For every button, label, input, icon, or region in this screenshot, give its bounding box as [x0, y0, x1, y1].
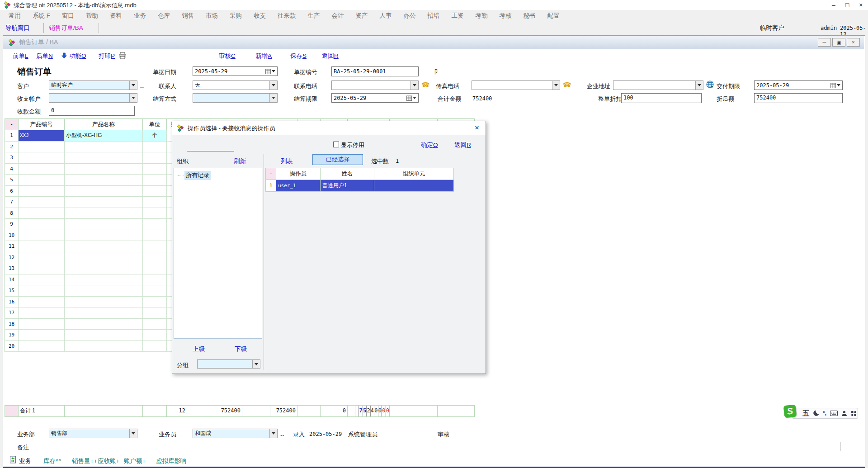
received-input[interactable]: 0: [49, 106, 135, 116]
grid-cell[interactable]: [65, 341, 143, 352]
grid-cell[interactable]: [19, 241, 65, 252]
doc-date-field[interactable]: 2025-05-29: [193, 66, 278, 76]
row-number[interactable]: 10: [5, 230, 19, 241]
tab-list[interactable]: 列表: [281, 157, 293, 165]
grid-cell[interactable]: [65, 142, 143, 153]
row-number[interactable]: 2: [5, 142, 19, 153]
menu-item[interactable]: 考勤: [470, 12, 494, 20]
grid-cell[interactable]: [143, 263, 167, 274]
tab-navigation[interactable]: 导航窗口: [5, 24, 30, 32]
tab-already-selected[interactable]: 已经选择: [312, 154, 363, 165]
fax-phone-icon[interactable]: ☎: [563, 81, 571, 89]
row-number[interactable]: 16: [5, 297, 19, 308]
account-combo[interactable]: [49, 93, 137, 103]
column-header-name[interactable]: 姓名: [321, 168, 374, 180]
window-maximize-button[interactable]: □: [841, 0, 854, 10]
menu-item[interactable]: 办公: [398, 12, 422, 20]
row-number[interactable]: 15: [5, 285, 19, 297]
menu-item[interactable]: 会计: [326, 12, 350, 20]
column-header-operator[interactable]: 操作员: [276, 168, 321, 180]
grid-cell[interactable]: [65, 285, 143, 297]
row-number[interactable]: 20: [5, 341, 19, 352]
dept-combo[interactable]: 销售部: [49, 429, 137, 438]
globe-icon[interactable]: [706, 80, 714, 88]
org-cell[interactable]: [374, 180, 453, 192]
row-number[interactable]: 7: [5, 197, 19, 208]
ime-toolbar[interactable]: 五 °,: [792, 408, 858, 419]
dialog-close-button[interactable]: ×: [471, 123, 483, 133]
row-number[interactable]: 1: [266, 180, 276, 192]
dropdown-arrow[interactable]: [837, 84, 840, 86]
grid-cell[interactable]: [65, 319, 143, 330]
menu-item[interactable]: 窗口: [56, 12, 80, 20]
menu-item[interactable]: 常用: [3, 12, 27, 20]
doc-restore-button[interactable]: ▣: [832, 38, 845, 47]
grid-cell[interactable]: [65, 263, 143, 274]
menu-item[interactable]: 人事: [374, 12, 398, 20]
show-disabled-checkbox[interactable]: [333, 142, 339, 147]
business-doc-icon[interactable]: [9, 456, 16, 463]
grid-cell[interactable]: [19, 186, 65, 197]
footer-link-account-amt[interactable]: 账户额+: [124, 457, 146, 465]
dropdown-button[interactable]: [552, 81, 560, 90]
grid-cell[interactable]: 个: [143, 130, 167, 142]
grid-cell[interactable]: [143, 285, 167, 297]
doc-no-field[interactable]: BA-25-05-29-0001: [331, 66, 419, 76]
grid-cell[interactable]: [19, 252, 65, 264]
grid-cell[interactable]: [65, 186, 143, 197]
grid-cell[interactable]: [65, 152, 143, 164]
grid-cell[interactable]: [143, 152, 167, 164]
window-minimize-button[interactable]: –: [827, 0, 840, 10]
row-number[interactable]: 9: [5, 219, 19, 230]
grid-cell[interactable]: [65, 208, 143, 219]
row-number[interactable]: 12: [5, 252, 19, 264]
grid-cell[interactable]: [19, 307, 65, 319]
menu-item[interactable]: 业务: [128, 12, 152, 20]
grid-cell[interactable]: [65, 241, 143, 252]
menu-item[interactable]: 系统 F: [27, 12, 56, 20]
ime-mode-wubi[interactable]: 五: [802, 409, 809, 418]
menu-item[interactable]: 秘书: [518, 12, 542, 20]
doc-minimize-button[interactable]: ─: [818, 38, 831, 47]
row-number[interactable]: 13: [5, 263, 19, 274]
operator-grid-row[interactable]: 1 user_1 普通用户1: [266, 180, 453, 192]
tree-down-link[interactable]: 下级: [235, 345, 247, 353]
contact-combo[interactable]: 无: [193, 80, 278, 90]
grid-cell[interactable]: [19, 263, 65, 274]
grid-cell[interactable]: [143, 307, 167, 319]
settle-combo[interactable]: [193, 93, 278, 103]
menu-item[interactable]: 帮助: [80, 12, 104, 20]
name-cell[interactable]: 普通用户1: [321, 180, 374, 192]
user-icon[interactable]: [841, 411, 847, 416]
dialog-ok-button[interactable]: 确定O: [421, 141, 438, 149]
doc-close-button[interactable]: ×: [847, 38, 860, 47]
menu-item[interactable]: 往来款: [272, 12, 302, 20]
row-number[interactable]: 11: [5, 241, 19, 252]
save-button[interactable]: 保存S: [290, 52, 307, 60]
grid-cell[interactable]: [143, 208, 167, 219]
grid-cell[interactable]: [143, 175, 167, 186]
grid-cell[interactable]: [19, 274, 65, 286]
footer-link-sales-qty[interactable]: 销售量++: [72, 457, 97, 465]
footer-link-receivable[interactable]: 应收账+: [98, 457, 119, 465]
menu-item[interactable]: 工资: [446, 12, 470, 20]
grid-cell[interactable]: [143, 142, 167, 153]
note-input[interactable]: [64, 442, 840, 451]
grid-cell[interactable]: [65, 164, 143, 175]
menu-item[interactable]: 市场: [200, 12, 224, 20]
menu-item[interactable]: 考核: [494, 12, 518, 20]
printer-icon[interactable]: [118, 52, 127, 59]
group-combo[interactable]: [197, 359, 260, 369]
keyboard-icon[interactable]: [830, 411, 838, 416]
column-header[interactable]: 产品编号: [19, 119, 65, 130]
grid-cell[interactable]: [65, 252, 143, 264]
grid-cell[interactable]: [19, 219, 65, 230]
punctuation-icon[interactable]: °,: [823, 410, 826, 416]
row-number[interactable]: 5: [5, 175, 19, 186]
grid-cell[interactable]: [65, 307, 143, 319]
fax-combo[interactable]: [472, 80, 560, 90]
prev-doc-button[interactable]: 前单L: [13, 52, 28, 60]
grid-cell[interactable]: 小型机-XG-HG: [65, 130, 143, 142]
phone-icon[interactable]: ☎: [421, 81, 430, 89]
row-number[interactable]: 6: [5, 186, 19, 197]
